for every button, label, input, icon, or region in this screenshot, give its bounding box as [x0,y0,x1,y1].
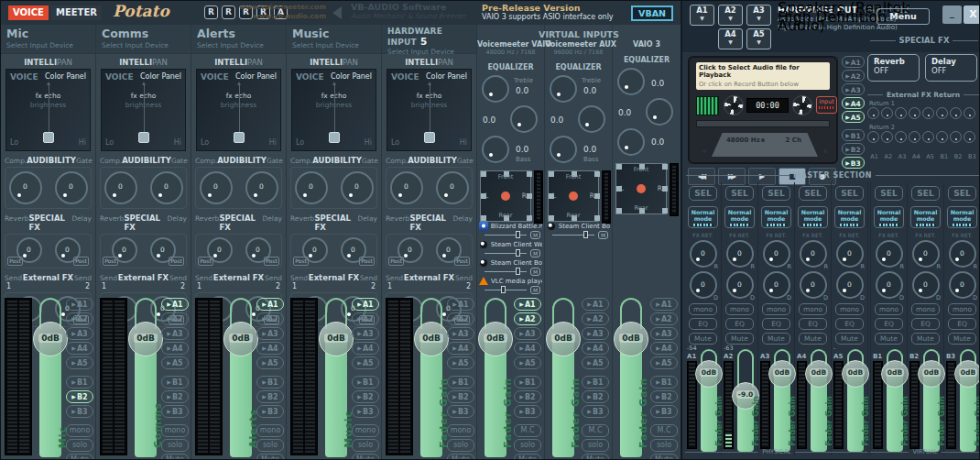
virtual-fader[interactable]: 0dBFader Gain [549,296,578,457]
mono-button[interactable]: mono [725,303,754,315]
app-mute-button[interactable]: M [530,286,540,294]
mute-button[interactable]: Mute [875,333,903,345]
mute-button[interactable]: Mute [911,333,940,345]
return2-b1-knob[interactable] [936,131,948,143]
reverb-post-button[interactable]: Post [198,257,213,266]
assign-a2-button[interactable]: ▶A2 [256,312,284,325]
assign-a3-button[interactable]: ▶A3 [582,327,609,340]
assign-a2-button[interactable]: ▶A2 [352,312,379,325]
return2-b2-knob[interactable] [950,131,962,143]
eq-button[interactable]: EQ [799,318,827,330]
app-volume-handle[interactable] [516,231,520,238]
recorder-assign-a3-button[interactable]: ▶A3 [842,83,865,95]
mono-button[interactable]: mono [161,424,189,437]
reverb-button[interactable]: Reverb OFF [867,54,920,82]
assign-b3-button[interactable]: ▶B3 [582,405,609,418]
assign-b2-button[interactable]: ▶B2 [447,390,474,403]
intellipan-panel[interactable]: VOICEColor Panelfx echobrightnessLoHi [291,69,376,151]
assign-a4-button[interactable]: ▶A4 [650,342,678,355]
assign-b2-button[interactable]: ▶B2 [514,390,541,403]
pan-slider-handle[interactable] [234,132,245,143]
sel-button[interactable]: SEL [725,186,754,201]
fader-cap[interactable]: 0dB [805,360,833,388]
mono-button[interactable]: mono [762,303,790,315]
mute-button[interactable]: Mute [689,333,717,345]
assign-b1-button[interactable]: ▶B1 [650,376,678,389]
assign-b3-button[interactable]: ▶B3 [447,405,474,418]
app-volume-track[interactable] [485,253,527,254]
eq-mid-knob[interactable] [646,98,673,126]
assign-b1-button[interactable]: ▶B1 [161,376,189,389]
eq-button[interactable]: EQ [725,318,754,330]
assign-a5-button[interactable]: ▶A5 [256,356,284,369]
virtual-strip-name[interactable]: Voicemeeter AUX [545,40,612,49]
fx-return-reverb-knob[interactable]: 0 [949,240,976,268]
return2-a1-knob[interactable] [867,131,879,143]
return1-a2-knob[interactable] [881,107,893,119]
panner-position-dot[interactable] [637,184,646,193]
assign-a1-button[interactable]: ▶A1 [650,298,678,311]
mute-button[interactable]: Mute [352,454,379,460]
assign-b3-button[interactable]: ▶B3 [650,405,678,418]
app-volume-handle[interactable] [501,286,506,293]
eq-button[interactable]: EQ [911,318,940,330]
return1-a5-knob[interactable] [922,107,934,119]
app-mute-button[interactable]: M [530,249,540,257]
assign-b1-button[interactable]: ▶B1 [352,376,379,389]
output-selector-a5[interactable]: A5▼ [746,28,771,49]
color-panel-label[interactable]: Color Panel [140,72,181,81]
solo-button[interactable]: solo [447,439,474,452]
eq-high-knob[interactable] [482,75,509,103]
mono-button[interactable]: mono [875,303,903,315]
assign-a1-button[interactable]: ▶A1 [66,298,93,311]
sel-button[interactable]: SEL [948,186,976,201]
return2-b3-knob[interactable] [964,131,975,143]
assign-a4-button[interactable]: ▶A4 [447,342,474,355]
assign-a4-button[interactable]: ▶A4 [514,342,541,355]
virtual-fader[interactable]: 0dBFader Gain [616,296,646,457]
assign-a1-button[interactable]: ▶A1 [256,298,284,311]
assign-a1-button[interactable]: ▶A1 [582,298,609,311]
return1-b1-knob[interactable] [936,107,948,119]
bus-fader[interactable]: 0dBFader Gain [921,347,943,452]
fader-cap[interactable]: 0dB [128,322,163,356]
bus-fader[interactable]: 0dBFader Gain [699,347,721,452]
bus-fader[interactable]: 0dBFader Gain [772,347,794,452]
fx-return-reverb-knob[interactable]: 0 [690,240,717,268]
solo-button[interactable]: solo [514,439,541,452]
assign-b3-button[interactable]: ▶B3 [161,405,189,418]
bus-mode-button[interactable]: Normalmode [910,206,941,228]
assign-a3-button[interactable]: ▶A3 [66,327,93,340]
delay-post-button[interactable]: Post [169,257,184,266]
solo-button[interactable]: solo [66,439,93,452]
pan-slider-handle[interactable] [424,132,435,143]
color-panel-label[interactable]: Color Panel [45,72,86,81]
fx-return-reverb-knob[interactable]: 0 [726,240,754,268]
assign-b3-button[interactable]: ▶B3 [514,405,541,418]
assign-a4-button[interactable]: ▶A4 [161,342,189,355]
mono-button[interactable]: mono [352,424,379,437]
solo-button[interactable]: solo [161,439,189,452]
assign-a2-button[interactable]: ▶A2 [650,312,678,325]
eq-button[interactable]: EQ [762,318,790,330]
recorder-assign-a1-button[interactable]: ▶A1 [842,56,865,68]
app-volume-track[interactable] [552,235,594,235]
bus-fader[interactable]: 0dBFader Gain [845,347,867,452]
output-selector-a1[interactable]: A1▼ [690,5,714,26]
assign-a2-button[interactable]: ▶A2 [514,312,541,325]
input-fader[interactable]: 0dBMusic [321,296,351,457]
bus-mode-button[interactable]: Normalmode [761,206,791,228]
input-fader[interactable]: 0dBFader Gain [417,296,446,457]
delay-post-button[interactable]: Post [264,257,279,266]
assign-a5-button[interactable]: ▶A5 [161,356,189,369]
mute-button[interactable]: Mute [66,454,93,460]
gate-knob[interactable]: 0 [436,171,469,204]
bus-mode-button[interactable]: Normalmode [688,206,718,228]
fader-cap[interactable]: 0dB [695,360,723,388]
recorder-hint-label[interactable]: Click to Select Audio file for Playback … [696,62,830,90]
recorder-assign-a2-button[interactable]: ▶A2 [842,70,865,82]
eq-mid-knob[interactable] [578,105,605,133]
reverb-post-button[interactable]: Post [293,257,309,266]
mute-button[interactable]: Mute [948,333,976,345]
mono-button[interactable]: mono [948,303,976,315]
